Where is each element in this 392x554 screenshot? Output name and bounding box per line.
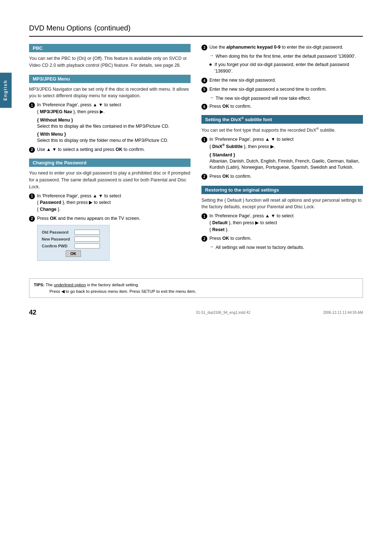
password-step1: 1 In 'Preference Page', press ▲ ▼ to sel… xyxy=(29,193,191,213)
password-step1-text: In 'Preference Page', press ▲ ▼ to selec… xyxy=(37,193,121,213)
new-password-label: New Password xyxy=(42,237,74,241)
mp3jpeg-step1-text: In 'Preference Page', press ▲ ▼ to selec… xyxy=(37,102,121,115)
password-step5-arrow-text: The new six-digit password will now take… xyxy=(216,95,311,102)
confirm-pwd-label: Confirm PWD xyxy=(42,244,74,248)
restore-section: Restoring to the original settings Setti… xyxy=(201,186,363,251)
two-column-layout: PBC You can set the PBC to {On} or {Off}… xyxy=(29,44,363,264)
password-step2: 2 Press OK and the menu appears on the T… xyxy=(29,215,191,222)
password-step3-arrow: → When doing this for the first time, en… xyxy=(209,53,363,60)
old-password-row: Old Password xyxy=(42,230,105,235)
standard-label: { Standard } xyxy=(209,152,363,157)
mp3jpeg-step1: 1 In 'Preference Page', press ▲ ▼ to sel… xyxy=(29,102,191,115)
password-step3: 3 Use the alphanumeric keypad 0-9 to ent… xyxy=(201,44,363,51)
password-step3-arrow-text: When doing this for the first time, ente… xyxy=(216,53,356,60)
without-menu-desc: Select this to display all the files con… xyxy=(37,123,191,130)
divx-step-num-2: 2 xyxy=(201,174,207,180)
password-step5: 5 Enter the new six-digit password a sec… xyxy=(201,86,363,93)
page-title-main: DVD Menu Options xyxy=(29,24,91,32)
restore-step1-text: In 'Preference Page', press ▲ ▼ to selec… xyxy=(209,213,294,233)
pwd-step-num-5: 5 xyxy=(201,87,207,93)
restore-step2-arrow-text: All settings will now reset to factory d… xyxy=(216,244,305,251)
password-step3-text: Use the alphanumeric keypad 0-9 to enter… xyxy=(209,44,343,51)
divx-step2: 2 Press OK to confirm. xyxy=(201,173,363,180)
new-password-row: New Password xyxy=(42,237,105,242)
standard-desc: Albanian, Danish, Dutch, English, Finnis… xyxy=(209,158,363,171)
page-title-suffix: (continued) xyxy=(94,24,131,32)
pbc-header: PBC xyxy=(29,44,191,52)
with-menu-desc: Select this to display only the folder m… xyxy=(37,138,191,144)
left-column: PBC You can set the PBC to {On} or {Off}… xyxy=(29,44,191,264)
divx-header: Setting the DivX® subtitle font xyxy=(201,115,363,124)
file-info-right: 2006-12-11 11:44:55 AM xyxy=(323,311,363,315)
password-header: Changing the Password xyxy=(29,159,191,167)
arrow-icon-1: → xyxy=(209,53,214,58)
old-password-label: Old Password xyxy=(42,230,74,234)
tips-line1: The underlined option is the factory def… xyxy=(45,283,139,287)
mp3jpeg-step2-text: Use ▲ ▼ to select a setting and press OK… xyxy=(37,146,145,153)
step-number-1: 1 xyxy=(29,102,35,108)
mp3jpeg-section: MP3/JPEG Menu MP3/JPEG Navigator can be … xyxy=(29,75,191,153)
without-menu-label: { Without Menu } xyxy=(37,118,191,123)
pwd-step-num-1: 1 xyxy=(29,193,35,199)
divx-intro: You can set the font type that supports … xyxy=(201,127,363,134)
dot-icon xyxy=(209,63,212,66)
mp3jpeg-header: MP3/JPEG Menu xyxy=(29,75,191,83)
mp3jpeg-step2: 2 Use ▲ ▼ to select a setting and press … xyxy=(29,146,191,153)
restore-step2-arrow: → All settings will now reset to factory… xyxy=(209,244,363,251)
password-step5-text: Enter the new six-digit password a secon… xyxy=(209,86,327,93)
restore-step2: 2 Press OK to confirm. xyxy=(201,235,363,242)
with-menu-label: { With Menu } xyxy=(37,132,191,137)
tips-label: TIPS: xyxy=(34,283,44,287)
password-step4-text: Enter the new six-digit password. xyxy=(209,77,276,84)
confirm-pwd-row: Confirm PWD xyxy=(42,243,105,249)
restore-intro: Setting the { Default } function will re… xyxy=(201,197,363,211)
password-step2-text: Press OK and the menu appears on the TV … xyxy=(37,215,140,222)
footer: 42 01-51_dvp3166_94_eng1.indd 42 2006-12… xyxy=(29,305,363,316)
pwd-step-num-3: 3 xyxy=(201,45,207,50)
pwd-step-num-6: 6 xyxy=(201,104,207,110)
footer-right: 01-51_dvp3166_94_eng1.indd 42 2006-12-11… xyxy=(196,311,363,315)
arrow-icon-2: → xyxy=(209,95,214,100)
password-step6: 6 Press OK to confirm. xyxy=(201,103,363,110)
tips-line2: Press ◀ to go back to previous menu item… xyxy=(49,289,196,294)
password-step5-arrow: → The new six-digit password will now ta… xyxy=(209,95,363,102)
old-password-field xyxy=(74,230,100,235)
page-number: 42 xyxy=(29,309,36,316)
password-step6-text: Press OK to confirm. xyxy=(209,103,252,110)
new-password-field xyxy=(74,237,100,242)
password-intro: You need to enter your six-digit passwor… xyxy=(29,170,191,190)
divx-step2-text: Press OK to confirm. xyxy=(209,173,252,180)
restore-step-num-2: 2 xyxy=(201,236,207,242)
divx-section: Setting the DivX® subtitle font You can … xyxy=(201,115,363,180)
restore-step-num-1: 1 xyxy=(201,213,207,219)
standard-section: { Standard } Albanian, Danish, Dutch, En… xyxy=(209,152,363,171)
confirm-pwd-field xyxy=(74,243,100,249)
page-title: DVD Menu Options (continued) xyxy=(29,22,363,37)
password-section: Changing the Password You need to enter … xyxy=(29,159,191,260)
mp3jpeg-intro: MP3/JPEG Navigator can be set only if th… xyxy=(29,86,191,100)
divx-step1: 1 In 'Preference Page', press ▲ ▼ to sel… xyxy=(201,136,363,150)
password-dot-text: If you forget your old six-digit passwor… xyxy=(215,61,363,75)
restore-header: Restoring to the original settings xyxy=(201,186,363,194)
tips-section: TIPS: The underlined option is the facto… xyxy=(29,278,363,298)
divx-step-num-1: 1 xyxy=(201,137,207,143)
side-tab-english: English xyxy=(0,73,12,108)
side-tab-label: English xyxy=(3,80,8,100)
password-step4: 4 Enter the new six-digit password. xyxy=(201,77,363,84)
pwd-step-num-2: 2 xyxy=(29,216,35,222)
right-column: 3 Use the alphanumeric keypad 0-9 to ent… xyxy=(201,44,363,264)
pbc-body: You can set the PBC to {On} or {Off}. Th… xyxy=(29,55,191,69)
pbc-section: PBC You can set the PBC to {On} or {Off}… xyxy=(29,44,191,69)
ok-button[interactable]: OK xyxy=(66,250,81,257)
with-menu-section: { With Menu } Select this to display onl… xyxy=(37,132,191,144)
file-info-left: 01-51_dvp3166_94_eng1.indd 42 xyxy=(196,311,250,315)
pwd-step-num-4: 4 xyxy=(201,78,207,83)
password-dot-item: If you forget your old six-digit passwor… xyxy=(209,61,363,75)
without-menu-section: { Without Menu } Select this to display … xyxy=(37,118,191,130)
restore-step2-text: Press OK to confirm. xyxy=(209,235,252,242)
step-number-2: 2 xyxy=(29,147,35,153)
arrow-icon-3: → xyxy=(209,244,214,249)
page-container: English DVD Menu Options (continued) PBC… xyxy=(0,0,392,554)
divx-step1-text: In 'Preference Page', press ▲ ▼ to selec… xyxy=(209,136,294,150)
password-box: Old Password New Password Confirm PWD OK xyxy=(37,225,110,261)
